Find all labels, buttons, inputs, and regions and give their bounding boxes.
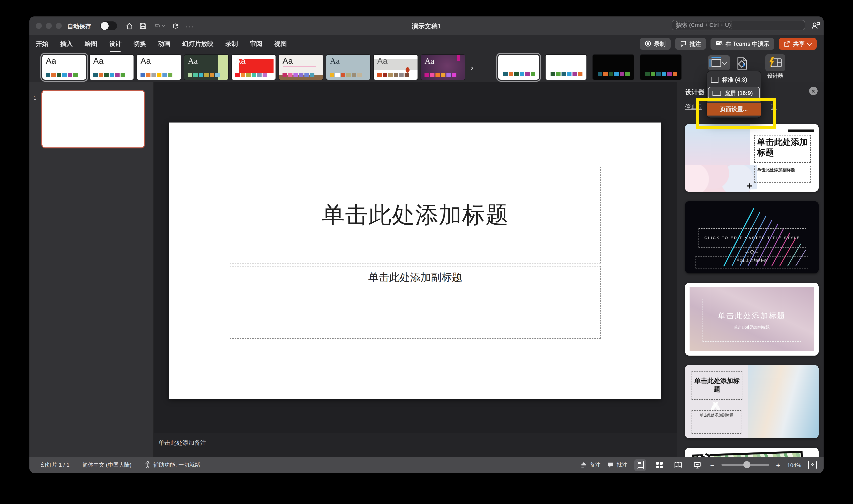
language-indicator[interactable]: 简体中文 (中国大陆) xyxy=(83,461,131,469)
theme-thumbnail-9[interactable]: Aa xyxy=(421,55,465,80)
normal-view-button[interactable] xyxy=(635,459,646,471)
color-swatch xyxy=(335,73,340,77)
color-swatch xyxy=(514,72,519,76)
search-input[interactable]: 搜索 (Cmd + Ctrl + U) xyxy=(672,20,805,30)
share-button[interactable]: 共享 xyxy=(779,38,817,50)
design3-title: 单击此处添加标题 xyxy=(703,299,801,322)
slide-sorter-icon xyxy=(656,462,663,468)
accessibility-label: 辅助功能: 一切就绪 xyxy=(154,461,200,469)
close-icon[interactable]: × xyxy=(809,87,818,95)
slide-size-button[interactable] xyxy=(708,55,730,70)
notes-pane[interactable]: 单击此处添加备注 xyxy=(154,433,677,457)
design1-accent-bar xyxy=(788,129,814,132)
zoom-level[interactable]: 104% xyxy=(787,462,801,468)
reading-view-button[interactable] xyxy=(672,459,685,471)
people-icon[interactable] xyxy=(811,20,821,32)
variant-swatches xyxy=(551,72,583,76)
design-suggestion-1[interactable]: 单击此处添加标题 单击此处添加副标题 + xyxy=(685,124,819,192)
zoom-in-button[interactable]: + xyxy=(776,461,780,469)
tab-动画[interactable]: 动画 xyxy=(158,37,171,51)
tab-切换[interactable]: 切换 xyxy=(134,37,146,51)
record-label: 录制 xyxy=(654,40,666,48)
notes-toggle[interactable]: 备注 xyxy=(581,461,601,469)
comments-toggle-label: 批注 xyxy=(617,461,627,469)
color-swatch xyxy=(441,73,445,77)
color-swatch xyxy=(152,73,156,77)
design2-divider xyxy=(745,250,759,254)
zoom-out-button[interactable]: − xyxy=(710,461,714,469)
design1-cloud-art xyxy=(685,124,751,192)
design-suggestion-4[interactable]: 单击此处添加标题 单击此处添加副标题 xyxy=(685,365,819,438)
theme-thumbnail-1[interactable]: Aa xyxy=(42,55,86,80)
theme-aa-label: Aa xyxy=(46,56,56,66)
tab-审阅[interactable]: 审阅 xyxy=(250,37,262,51)
theme-thumbnail-5[interactable]: Aa xyxy=(232,55,276,80)
theme-thumbnail-2[interactable]: Aa xyxy=(90,55,134,80)
slide-thumbnail-1[interactable] xyxy=(42,91,144,147)
variant-thumbnail-2[interactable] xyxy=(546,55,586,80)
color-swatch xyxy=(310,73,314,77)
theme-gallery: AaAaAaAaAaAaAaAaAa xyxy=(42,55,465,80)
subtitle-placeholder[interactable]: 单击此处添加副标题 xyxy=(230,266,601,339)
variant-thumbnail-3[interactable] xyxy=(593,55,634,80)
comment-icon xyxy=(680,40,687,48)
comments-button[interactable]: 批注 xyxy=(675,38,706,50)
color-swatch xyxy=(394,73,398,77)
color-swatch xyxy=(141,73,145,77)
color-swatch xyxy=(578,72,583,76)
record-icon xyxy=(645,40,651,48)
present-in-teams-button[interactable]: T 在 Teams 中演示 xyxy=(711,38,774,50)
title-placeholder[interactable]: 单击此处添加标题 xyxy=(230,167,601,264)
theme-thumbnail-3[interactable]: Aa xyxy=(137,55,181,80)
comments-toggle[interactable]: 批注 xyxy=(608,461,627,469)
slide-editing-surface[interactable]: 单击此处添加标题 单击此处添加副标题 xyxy=(169,123,661,399)
color-swatch xyxy=(73,73,78,77)
theme-swatches xyxy=(141,73,172,77)
theme-corner-tab xyxy=(457,55,460,61)
tab-绘图[interactable]: 绘图 xyxy=(85,37,97,51)
variant-thumbnail-1[interactable] xyxy=(498,55,539,80)
tab-幻灯片放映[interactable]: 幻灯片放映 xyxy=(182,37,213,51)
color-swatch xyxy=(662,72,666,76)
fit-slide-to-window-icon[interactable]: ✛ xyxy=(808,461,817,469)
color-swatch xyxy=(645,72,650,76)
color-swatch xyxy=(531,72,535,76)
theme-thumbnail-8[interactable]: Aa xyxy=(374,55,417,80)
design-suggestion-3[interactable]: 单击此处添加标题 单击此处添加副标题 xyxy=(685,283,819,356)
designer-button[interactable]: 设计器 xyxy=(763,54,788,80)
slideshow-view-button[interactable] xyxy=(691,459,703,471)
color-swatch xyxy=(656,72,661,76)
more-themes-chevron-icon[interactable]: › xyxy=(471,63,473,72)
color-swatch xyxy=(46,73,50,77)
reading-view-icon xyxy=(674,462,682,468)
tab-插入[interactable]: 插入 xyxy=(60,37,73,51)
color-swatch xyxy=(93,73,97,77)
designer-panel: 设计器 × 停止显 议 单击此处添加标题 单击此处添加副标题 + xyxy=(678,82,823,457)
menu-item-standard-43[interactable]: 标准 (4:3) xyxy=(707,73,761,86)
tab-录制[interactable]: 录制 xyxy=(226,37,238,51)
tab-开始[interactable]: 开始 xyxy=(36,37,48,51)
menu-item-widescreen-169[interactable]: 宽屏 (16:9) xyxy=(708,87,760,100)
theme-thumbnail-7[interactable]: Aa xyxy=(326,55,370,80)
design-suggestion-2[interactable]: CLICK TO EDIT MASTER TITLE STYLE 单击此处添加副… xyxy=(685,201,819,273)
color-swatch xyxy=(157,73,161,77)
ribbon-actions: 录制 批注 T 在 Teams 中演示 共享 xyxy=(640,38,817,50)
theme-aa-label: Aa xyxy=(377,56,388,66)
zoom-slider-thumb[interactable] xyxy=(743,461,750,468)
color-swatch xyxy=(525,72,530,76)
zoom-slider[interactable] xyxy=(721,464,769,466)
design4-silk-photo xyxy=(748,365,819,438)
record-button[interactable]: 录制 xyxy=(640,38,671,50)
theme-thumbnail-6[interactable]: Aa xyxy=(279,55,323,80)
variant-thumbnail-4[interactable] xyxy=(640,55,681,80)
slide-sorter-view-button[interactable] xyxy=(654,459,665,471)
format-background-button[interactable] xyxy=(733,55,752,72)
theme-thumbnail-4[interactable]: Aa xyxy=(184,55,228,80)
color-swatch xyxy=(503,72,508,76)
color-swatch xyxy=(520,72,524,76)
tab-设计[interactable]: 设计 xyxy=(109,37,122,51)
color-swatch xyxy=(146,73,150,77)
tab-视图[interactable]: 视图 xyxy=(274,37,287,51)
design-suggestion-5[interactable] xyxy=(685,448,819,457)
accessibility-status[interactable]: 辅助功能: 一切就绪 xyxy=(144,461,200,469)
